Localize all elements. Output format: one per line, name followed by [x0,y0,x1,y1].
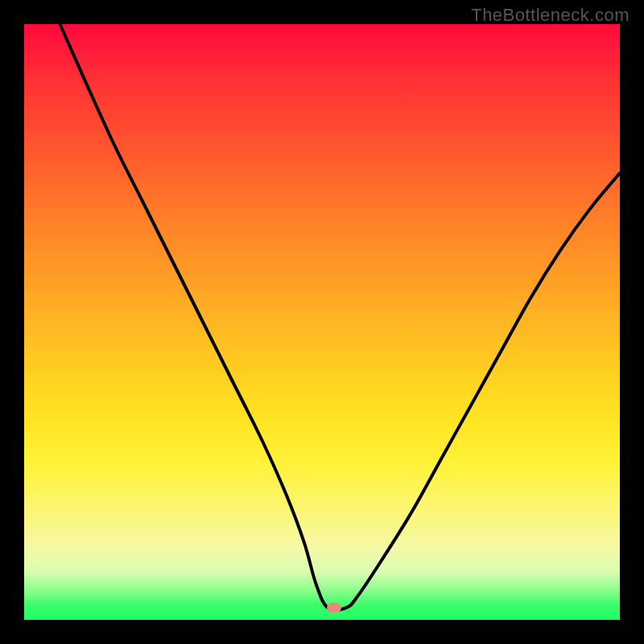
bottleneck-curve [24,24,620,620]
watermark-text: TheBottleneck.com [471,5,630,26]
chart-frame: TheBottleneck.com [0,0,644,644]
minimum-marker-icon [327,603,341,613]
plot-area [24,24,620,620]
